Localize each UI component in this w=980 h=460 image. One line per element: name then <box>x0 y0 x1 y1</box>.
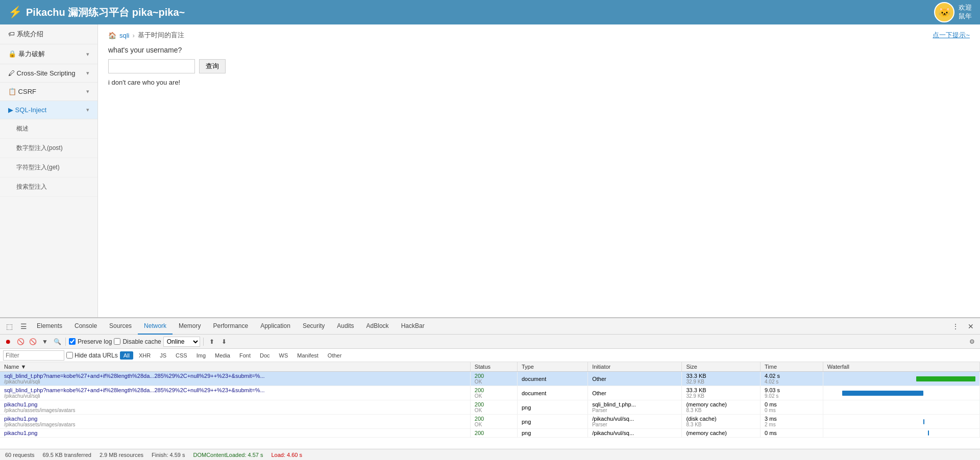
row-status: 200 <box>475 373 513 379</box>
tab-memory[interactable]: Memory <box>173 318 207 335</box>
table-row[interactable]: pikachu1.png200png/pikachu/vul/sq...(mem… <box>0 429 980 438</box>
export-har-button[interactable]: ⬇ <box>219 337 229 347</box>
th-size[interactable]: Size <box>682 362 761 372</box>
tab-audits[interactable]: Audits <box>331 318 360 335</box>
throttle-select[interactable]: Online Fast 3G Slow 3G Offline <box>163 337 200 347</box>
row-status-sub: OK <box>475 407 513 413</box>
chevron-down-icon: ▾ <box>86 107 89 113</box>
home-icon[interactable]: 🏠 <box>108 32 116 39</box>
filter-ws-btn[interactable]: WS <box>276 351 292 360</box>
sidebar-sub-search-inject[interactable]: 搜索型注入 <box>0 177 97 197</box>
table-row[interactable]: sqli_blind_t.php?name=kobe%27+and+if%28l… <box>0 372 980 386</box>
th-time[interactable]: Time <box>761 362 823 372</box>
tab-hackbar[interactable]: HackBar <box>395 318 431 335</box>
preserve-log-checkbox[interactable] <box>69 338 76 345</box>
row-time-sub: 9.02 s <box>765 393 819 399</box>
network-table: Name ▼ Status Type Initiator Size Time W… <box>0 362 980 438</box>
sidebar-item-sys-intro[interactable]: 🏷 系统介绍 <box>0 24 97 44</box>
chevron-down-icon: ▾ <box>86 70 89 76</box>
breadcrumb-sqli-link[interactable]: sqli <box>119 32 130 39</box>
transferred-size: 69.5 KB transferred <box>42 452 91 458</box>
sidebar-item-sqli[interactable]: ▶ SQL-Inject ▾ <box>0 101 97 119</box>
row-status-sub: OK <box>475 393 513 399</box>
disable-cache-checkbox[interactable] <box>114 338 120 345</box>
preserve-log-text: Preserve log <box>78 338 112 345</box>
sidebar-sub-label: 字符型注入(get) <box>16 163 60 172</box>
filter-input[interactable] <box>3 350 64 361</box>
disable-cache-label[interactable]: Disable cache <box>114 338 161 345</box>
clear-button[interactable]: 🚫 <box>28 337 38 347</box>
row-time-sub: 2 ms <box>765 422 819 427</box>
row-time: 4.02 s <box>765 373 819 379</box>
hide-data-urls-checkbox[interactable] <box>66 352 73 359</box>
row-size: (disk cache) <box>686 416 756 422</box>
devtools-close-icon[interactable]: ✕ <box>964 319 978 334</box>
filter-img-btn[interactable]: Img <box>193 351 209 360</box>
filter-doc-btn[interactable]: Doc <box>256 351 274 360</box>
network-table-container: Name ▼ Status Type Initiator Size Time W… <box>0 362 980 449</box>
settings-icon[interactable]: ⚙ <box>967 337 977 347</box>
row-waterfall <box>823 372 979 386</box>
tab-application[interactable]: Application <box>254 318 297 335</box>
resources-size: 2.9 MB resources <box>100 452 143 458</box>
filter-font-btn[interactable]: Font <box>236 351 254 360</box>
sidebar-item-xss[interactable]: 🖊 Cross-Site Scripting ▾ <box>0 64 97 83</box>
filter-xhr-btn[interactable]: XHR <box>135 351 154 360</box>
tab-security[interactable]: Security <box>297 318 331 335</box>
th-name[interactable]: Name ▼ <box>0 362 470 372</box>
th-initiator[interactable]: Initiator <box>588 362 682 372</box>
network-table-body: sqli_blind_t.php?name=kobe%27+and+if%28l… <box>0 372 980 438</box>
table-row[interactable]: pikachu1.png/pikachu/assets/images/avata… <box>0 415 980 429</box>
filter-all-btn[interactable]: All <box>120 351 133 360</box>
record-button[interactable]: ⏺ <box>3 337 13 347</box>
row-time: 3 ms <box>765 416 819 422</box>
devtools-dock-icon[interactable]: ⬚ <box>2 319 16 334</box>
sidebar-item-brute-force[interactable]: 🔒 暴力破解 ▾ <box>0 44 97 64</box>
user-avatar-area[interactable]: 🐱 欢迎鼠年 <box>934 2 972 22</box>
sidebar-label: 📋 CSRF <box>8 88 36 95</box>
table-row[interactable]: sqli_blind_t.php?name=kobe%27+and+if%28l… <box>0 386 980 400</box>
tab-sources[interactable]: Sources <box>103 318 138 335</box>
tab-console[interactable]: Console <box>68 318 103 335</box>
sidebar-label: 🔒 暴力破解 <box>8 49 45 59</box>
sidebar-item-csrf[interactable]: 📋 CSRF ▾ <box>0 83 97 101</box>
tab-elements[interactable]: Elements <box>31 318 68 335</box>
tab-performance[interactable]: Performance <box>207 318 254 335</box>
query-button[interactable]: 查询 <box>199 59 226 73</box>
dom-content-loaded: DOMContentLoaded: 4.57 s <box>193 452 263 458</box>
sidebar-sub-char-get[interactable]: 字符型注入(get) <box>0 158 97 177</box>
sidebar-sub-numeric-post[interactable]: 数字型注入(post) <box>0 139 97 158</box>
row-size-sub: 8.3 KB <box>686 422 756 427</box>
hide-data-urls-label[interactable]: Hide data URLs <box>66 352 118 359</box>
stop-button[interactable]: 🚫 <box>15 337 26 347</box>
filter-media-btn[interactable]: Media <box>211 351 234 360</box>
row-name-main: pikachu1.png <box>4 401 466 407</box>
devtools-more-icon[interactable]: ⋮ <box>948 319 963 334</box>
row-size-sub: 32.9 KB <box>686 393 756 399</box>
table-row[interactable]: pikachu1.png/pikachu/assets/images/avata… <box>0 400 980 415</box>
filter-css-btn[interactable]: CSS <box>172 351 191 360</box>
filter-manifest-btn[interactable]: Manifest <box>293 351 322 360</box>
search-button[interactable]: 🔍 <box>52 337 62 347</box>
row-type: png <box>517 415 587 429</box>
filter-button[interactable]: ▼ <box>40 337 50 347</box>
tab-adblock[interactable]: AdBlock <box>360 318 395 335</box>
result-text: i don't care who you are! <box>108 79 970 86</box>
import-har-button[interactable]: ⬆ <box>207 337 217 347</box>
tab-network[interactable]: Network <box>138 318 173 335</box>
hint-link[interactable]: 点一下提示~ <box>933 31 970 40</box>
devtools-responsive-icon[interactable]: ☰ <box>16 319 31 334</box>
row-name-main: sqli_blind_t.php?name=kobe%27+and+if%28l… <box>4 373 466 379</box>
filter-js-btn[interactable]: JS <box>156 351 170 360</box>
welcome-text: 欢迎鼠年 <box>959 4 972 21</box>
preserve-log-label[interactable]: Preserve log <box>69 338 112 345</box>
th-waterfall[interactable]: Waterfall <box>823 362 979 372</box>
filter-other-btn[interactable]: Other <box>324 351 346 360</box>
sidebar-sub-overview[interactable]: 概述 <box>0 119 97 139</box>
th-type[interactable]: Type <box>517 362 587 372</box>
sidebar: 🏷 系统介绍 🔒 暴力破解 ▾ 🖊 Cross-Site Scripting ▾… <box>0 24 98 317</box>
th-status[interactable]: Status <box>470 362 517 372</box>
username-input[interactable] <box>108 59 195 73</box>
row-waterfall <box>823 415 979 429</box>
row-time-sub: 4.02 s <box>765 379 819 385</box>
